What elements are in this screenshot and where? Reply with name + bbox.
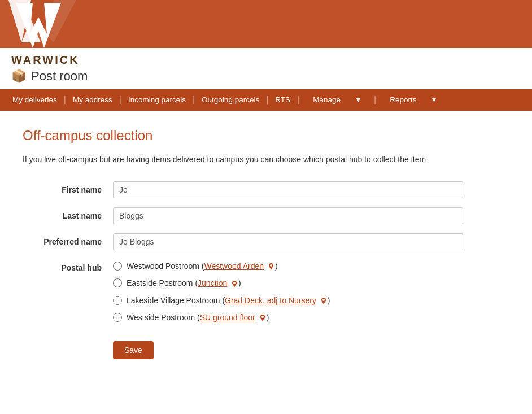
nav-outgoing-parcels[interactable]: Outgoing parcels <box>195 89 266 111</box>
svg-marker-16 <box>261 318 264 321</box>
svg-point-11 <box>233 282 236 284</box>
svg-point-8 <box>270 264 272 267</box>
svg-point-17 <box>261 316 264 318</box>
postroom-line: 📦 Post room <box>11 69 88 84</box>
nav-my-deliveries[interactable]: My deliveries <box>6 89 64 111</box>
list-item: Westside Postroom (SU ground floor ) <box>113 313 463 322</box>
main-content: Off-campus collection If you live off-ca… <box>0 111 531 376</box>
top-banner <box>0 0 532 48</box>
preferred-name-label: Preferred name <box>23 233 113 246</box>
page-title: Off-campus collection <box>23 128 508 143</box>
hub4-pin-icon <box>259 314 267 322</box>
postroom-label: Post room <box>31 69 88 84</box>
first-name-row: First name <box>23 181 508 198</box>
hub3-pin-icon <box>320 297 328 305</box>
hub3-label: Lakeside Village Postroom (Grad Deck, ad… <box>127 296 330 305</box>
svg-marker-7 <box>269 267 273 270</box>
last-name-field <box>113 207 463 224</box>
box-icon: 📦 <box>11 69 27 84</box>
nav-manage[interactable]: Manage ▾ <box>299 89 374 111</box>
first-name-label: First name <box>23 181 113 194</box>
preferred-name-row: Preferred name <box>23 233 508 250</box>
first-name-field <box>113 181 463 198</box>
nav-incoming-parcels[interactable]: Incoming parcels <box>121 89 193 111</box>
hub4-radio[interactable] <box>113 313 122 322</box>
postal-hub-row: Postal hub Westwood Postroom (Westwood A… <box>23 259 508 322</box>
postal-hub-field: Westwood Postroom (Westwood Arden ) <box>113 259 463 322</box>
nav-reports[interactable]: Reports ▾ <box>376 89 450 111</box>
preferred-name-input[interactable] <box>113 233 463 250</box>
svg-marker-13 <box>322 301 325 304</box>
hub2-pin-icon <box>230 280 238 288</box>
hub1-location-link[interactable]: Westwood Arden <box>204 262 264 271</box>
hub4-label: Westside Postroom (SU ground floor ) <box>127 313 269 322</box>
description-text: If you live off-campus but are having it… <box>23 154 508 165</box>
hub1-radio[interactable] <box>113 262 122 271</box>
hub1-label: Westwood Postroom (Westwood Arden ) <box>127 262 278 271</box>
reports-dropdown-arrow: ▾ <box>425 89 443 111</box>
hub2-label: Eastside Postroom (Junction ) <box>127 278 241 287</box>
hub2-radio[interactable] <box>113 278 122 287</box>
brand-block: WARWICK 📦 Post room <box>11 54 88 84</box>
save-button[interactable]: Save <box>113 341 154 359</box>
nav-rts[interactable]: RTS <box>268 89 297 111</box>
last-name-label: Last name <box>23 207 113 220</box>
hub3-radio[interactable] <box>113 296 122 305</box>
form-actions: Save <box>113 331 508 359</box>
hub3-location-link[interactable]: Grad Deck, adj to Nursery <box>225 296 316 305</box>
radio-group: Westwood Postroom (Westwood Arden ) <box>113 259 463 322</box>
last-name-input[interactable] <box>113 207 463 224</box>
list-item: Lakeside Village Postroom (Grad Deck, ad… <box>113 296 463 305</box>
w-logo-mark <box>10 0 95 48</box>
navbar: My deliveries | My address | Incoming pa… <box>0 89 532 111</box>
manage-dropdown-arrow: ▾ <box>350 89 367 111</box>
brand-name: WARWICK <box>11 54 88 67</box>
list-item: Eastside Postroom (Junction ) <box>113 278 463 287</box>
list-item: Westwood Postroom (Westwood Arden ) <box>113 262 463 271</box>
hub2-location-link[interactable]: Junction <box>198 278 227 287</box>
postal-hub-label: Postal hub <box>23 259 113 272</box>
off-campus-form: First name Last name Preferred name Post… <box>23 181 508 359</box>
svg-point-14 <box>322 299 325 301</box>
nav-my-address[interactable]: My address <box>66 89 119 111</box>
preferred-name-field <box>113 233 463 250</box>
svg-marker-5 <box>16 3 61 48</box>
hub4-location-link[interactable]: SU ground floor <box>200 313 255 322</box>
hub1-pin-icon <box>267 263 275 271</box>
svg-marker-10 <box>233 284 236 287</box>
last-name-row: Last name <box>23 207 508 224</box>
logo-area: WARWICK 📦 Post room <box>0 48 532 89</box>
first-name-input[interactable] <box>113 181 463 198</box>
